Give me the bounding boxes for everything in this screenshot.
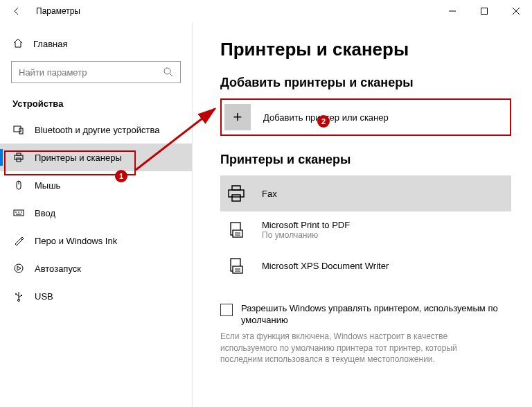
section-title: Устройства	[0, 93, 192, 116]
sidebar-item-label: Ввод	[35, 208, 55, 218]
sidebar-item-label: Bluetooth и другие устройства	[35, 125, 159, 135]
window-title: Параметры	[36, 6, 80, 16]
checkbox-description: Если эта функция включена, Windows настр…	[220, 331, 511, 365]
annotation-badge-1: 1	[115, 170, 127, 182]
sidebar-item-label: USB	[35, 291, 53, 302]
svg-rect-23	[229, 190, 244, 197]
svg-rect-13	[14, 210, 24, 216]
home-label: Главная	[33, 39, 67, 49]
printer-icon	[12, 152, 25, 163]
add-section-title: Добавить принтеры и сканеры	[220, 76, 511, 90]
mouse-icon	[12, 180, 25, 191]
page-title: Принтеры и сканеры	[220, 39, 511, 60]
sidebar-item-label: Мышь	[35, 180, 60, 191]
sidebar-item-pen[interactable]: Перо и Windows Ink	[0, 227, 192, 254]
svg-rect-24	[232, 186, 240, 190]
autoplay-icon	[12, 263, 25, 274]
usb-icon	[12, 291, 25, 302]
maximize-button[interactable]	[468, 0, 500, 22]
search-input[interactable]	[11, 61, 181, 83]
svg-rect-9	[17, 153, 21, 155]
printer-item-xps[interactable]: Microsoft XPS Document Writer	[220, 248, 511, 284]
printer-sub: По умолчанию	[262, 230, 350, 240]
sidebar-item-autoplay[interactable]: Автозапуск	[0, 254, 192, 282]
annotation-badge-2: 2	[317, 115, 330, 128]
sidebar-item-label: Перо и Windows Ink	[35, 236, 117, 246]
printers-section-title: Принтеры и сканеры	[220, 153, 511, 167]
sidebar-item-label: Автозапуск	[35, 263, 81, 274]
svg-line-5	[170, 73, 172, 76]
svg-rect-8	[15, 155, 23, 159]
checkbox-label: Разрешить Windows управлять принтером, и…	[241, 303, 511, 327]
default-printer-checkbox[interactable]	[220, 304, 233, 316]
printer-item-pdf[interactable]: Microsoft Print to PDF По умолчанию	[220, 211, 511, 248]
svg-rect-25	[232, 195, 240, 201]
printer-name: Fax	[262, 189, 277, 199]
sidebar-item-printers[interactable]: Принтеры и сканеры	[0, 144, 192, 171]
printer-item-fax[interactable]: Fax	[220, 175, 511, 211]
svg-rect-27	[233, 230, 242, 237]
add-printer-button[interactable]: + Добавить принтер или сканер	[220, 98, 511, 136]
close-button[interactable]	[500, 0, 532, 22]
search-icon	[163, 67, 174, 78]
svg-point-21	[15, 293, 17, 295]
back-button[interactable]	[6, 0, 28, 22]
home-link[interactable]: Главная	[0, 31, 192, 57]
sidebar-item-mouse[interactable]: Мышь	[0, 171, 192, 199]
pen-icon	[12, 235, 25, 246]
printer-icon	[223, 183, 249, 204]
minimize-button[interactable]	[436, 0, 468, 22]
home-icon	[12, 37, 24, 51]
svg-point-4	[164, 68, 170, 74]
print-to-file-icon	[223, 257, 249, 275]
svg-point-18	[15, 264, 23, 272]
svg-rect-31	[233, 266, 242, 273]
keyboard-icon	[12, 207, 25, 218]
sidebar: Главная Устройства Bluetooth и другие ус…	[0, 22, 193, 407]
sidebar-item-typing[interactable]: Ввод	[0, 199, 192, 227]
devices-icon	[12, 124, 25, 135]
plus-icon: +	[224, 104, 251, 130]
main-content: Принтеры и сканеры Добавить принтеры и с…	[193, 22, 532, 407]
sidebar-item-usb[interactable]: USB	[0, 282, 192, 310]
svg-rect-1	[481, 8, 488, 15]
printer-name: Microsoft Print to PDF	[262, 220, 350, 230]
print-to-file-icon	[223, 220, 249, 239]
sidebar-item-label: Принтеры и сканеры	[35, 153, 122, 163]
printer-name: Microsoft XPS Document Writer	[262, 261, 389, 271]
sidebar-item-bluetooth[interactable]: Bluetooth и другие устройства	[0, 116, 192, 144]
svg-rect-22	[21, 295, 22, 296]
